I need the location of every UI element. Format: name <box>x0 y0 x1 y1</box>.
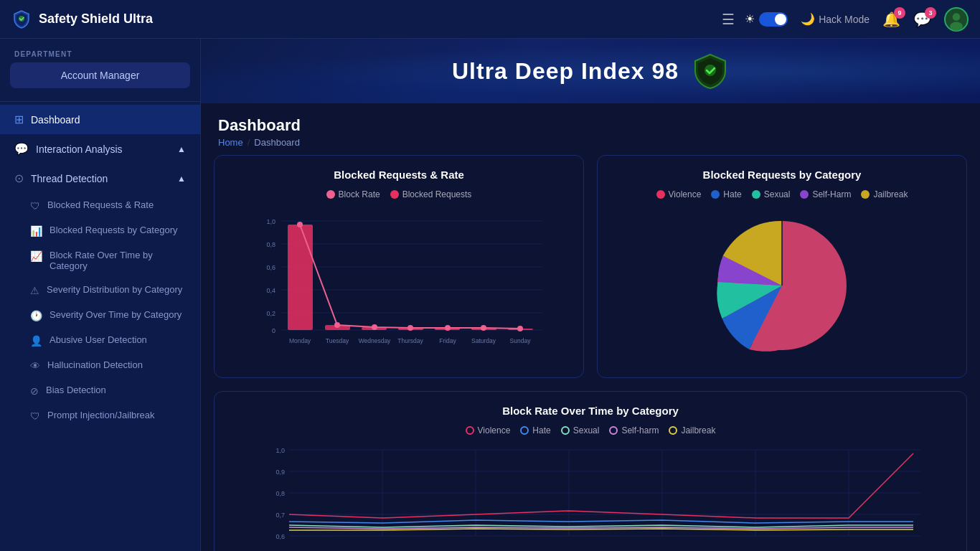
hero-shield-icon <box>692 52 729 90</box>
sidebar-item-blocked-requests-category-label: Blocked Requests by Category <box>50 225 177 235</box>
svg-text:Monday: Monday <box>289 337 311 344</box>
breadcrumb-sep: / <box>248 137 250 148</box>
svg-text:0,4: 0,4 <box>266 287 275 294</box>
svg-rect-17 <box>288 225 313 330</box>
hack-mode-label: Hack Mode <box>819 14 870 25</box>
legend-hate-2: Hate <box>520 425 550 435</box>
svg-text:0,8: 0,8 <box>266 241 275 248</box>
app-shield-icon <box>11 9 32 29</box>
page-title: Dashboard <box>218 116 963 135</box>
sidebar-item-block-rate-over-time[interactable]: 📈 Block Rate Over Time by Category <box>0 243 200 278</box>
blocked-requests-rate-svg: 1,0 0,8 0,6 0,4 0,2 0 <box>227 207 570 350</box>
legend-sexual: Sexual <box>752 189 791 199</box>
block-rate-over-time-card: Block Rate Over Time by Category Violenc… <box>214 391 967 551</box>
block-rate-over-time-title: Block Rate Over Time by Category <box>227 405 953 417</box>
legend-violence-label-2: Violence <box>478 425 511 435</box>
hero-banner: Ultra Deep Index 98 <box>201 39 980 103</box>
legend-sexual-label: Sexual <box>764 189 791 199</box>
sidebar-item-blocked-requests-category[interactable]: 📊 Blocked Requests by Category <box>0 218 200 243</box>
dept-label: DEPARTMENT <box>0 39 200 62</box>
legend-self-harm-dot <box>800 190 809 199</box>
svg-text:0,7: 0,7 <box>275 512 285 519</box>
sidebar-item-prompt-injection[interactable]: 🛡 Prompt Injection/Jailbreak <box>0 403 200 428</box>
app-name: Safety Shield Ultra <box>39 11 153 27</box>
sidebar: DEPARTMENT Account Manager ⊞ Dashboard 💬… <box>0 39 201 551</box>
legend-self-harm-2: Self-harm <box>609 425 659 435</box>
bias-detection-icon: ⊘ <box>30 385 39 397</box>
hamburger-menu[interactable]: ☰ <box>722 11 735 28</box>
legend-jailbreak-label-2: Jailbreak <box>681 425 715 435</box>
breadcrumb-home[interactable]: Home <box>218 137 243 148</box>
svg-point-3 <box>950 22 963 30</box>
svg-text:Tuesday: Tuesday <box>326 337 349 344</box>
legend-sexual-2: Sexual <box>561 425 600 435</box>
legend-self-harm: Self-Harm <box>800 189 851 199</box>
svg-text:0,9: 0,9 <box>275 468 285 476</box>
blocked-requests-rate-card: Blocked Requests & Rate Block Rate Block… <box>214 155 584 378</box>
notifications-badge: 9 <box>894 7 905 19</box>
svg-point-25 <box>334 322 340 328</box>
hallucination-icon: 👁 <box>30 360 40 372</box>
svg-text:Saturday: Saturday <box>471 337 496 344</box>
hack-mode-toggle[interactable]: 🌙 Hack Mode <box>801 12 870 26</box>
sidebar-item-dashboard[interactable]: ⊞ Dashboard <box>0 105 200 134</box>
sidebar-item-hallucination[interactable]: 👁 Hallucination Detection <box>0 353 200 378</box>
sidebar-divider-1 <box>0 101 200 102</box>
svg-text:Friday: Friday <box>439 337 456 344</box>
legend-self-harm-label-2: Self-harm <box>621 425 659 435</box>
legend-block-rate-label: Block Rate <box>339 189 380 199</box>
legend-hate-label-2: Hate <box>532 425 550 435</box>
sidebar-item-abusive-user-label: Abusive User Detection <box>50 334 147 345</box>
legend-block-rate: Block Rate <box>326 189 380 199</box>
breadcrumb: Home / Dashboard <box>218 137 963 148</box>
legend-violence-dot-2 <box>466 426 474 435</box>
legend-violence: Violence <box>656 189 702 199</box>
svg-point-26 <box>372 324 377 330</box>
sidebar-item-blocked-requests-rate[interactable]: 🛡 Blocked Requests & Rate <box>0 193 200 218</box>
legend-sexual-label-2: Sexual <box>573 425 600 435</box>
legend-violence-2: Violence <box>466 425 511 435</box>
legend-jailbreak: Jailbreak <box>861 189 908 199</box>
user-avatar[interactable] <box>944 7 969 32</box>
svg-text:0,6: 0,6 <box>275 533 285 540</box>
blocked-requests-rate-title: Blocked Requests & Rate <box>227 169 570 181</box>
messages-icon[interactable]: 💬 3 <box>913 11 931 28</box>
sidebar-item-severity-dist[interactable]: ⚠ Severity Distribution by Category <box>0 278 200 303</box>
sidebar-item-thread-detection[interactable]: ⊙ Thread Detection ▲ <box>0 164 200 193</box>
sidebar-item-bias-detection[interactable]: ⊘ Bias Detection <box>0 378 200 403</box>
hero-title-text: Ultra Deep Index <box>452 58 645 84</box>
sidebar-item-severity-over-time[interactable]: 🕐 Severity Over Time by Category <box>0 303 200 328</box>
sidebar-item-prompt-injection-label: Prompt Injection/Jailbreak <box>47 410 155 420</box>
svg-point-30 <box>517 326 523 331</box>
svg-text:Thursday: Thursday <box>397 337 423 344</box>
sidebar-item-abusive-user[interactable]: 👤 Abusive User Detection <box>0 328 200 353</box>
legend-blocked-requests-label: Blocked Requests <box>402 189 472 199</box>
svg-text:Wednesday: Wednesday <box>359 337 391 344</box>
theme-toggle[interactable] <box>759 12 788 27</box>
legend-jailbreak-dot-2 <box>669 426 677 435</box>
svg-point-24 <box>297 222 303 227</box>
svg-point-27 <box>407 325 413 331</box>
block-rate-over-time-icon: 📈 <box>30 250 42 262</box>
blocked-requests-category-title: Blocked Requests by Category <box>611 169 953 181</box>
block-rate-over-time-legend: Violence Hate Sexual Self-harm Jailbreak <box>227 425 953 435</box>
blocked-requests-rate-icon: 🛡 <box>30 200 40 212</box>
legend-sexual-dot-2 <box>561 426 570 435</box>
legend-sexual-dot <box>752 190 760 199</box>
main-content: Ultra Deep Index 98 Dashboard Home / Das… <box>201 39 980 551</box>
thread-detection-chevron: ▲ <box>177 174 186 184</box>
sidebar-item-bias-detection-label: Bias Detection <box>46 385 106 395</box>
svg-text:0: 0 <box>272 327 275 334</box>
svg-point-29 <box>481 325 486 331</box>
dashboard-icon: ⊞ <box>14 113 24 126</box>
sidebar-item-interaction-analysis[interactable]: 💬 Interaction Analysis ▲ <box>0 134 200 164</box>
notifications-icon[interactable]: 🔔 9 <box>882 11 900 28</box>
sidebar-item-blocked-requests-rate-label: Blocked Requests & Rate <box>47 199 154 210</box>
avatar-image <box>946 7 967 32</box>
thread-detection-icon: ⊙ <box>14 171 24 185</box>
topnav: Safety Shield Ultra ☰ ☀ 🌙 Hack Mode 🔔 9 … <box>0 0 980 39</box>
account-manager-button[interactable]: Account Manager <box>10 62 190 88</box>
legend-blocked-requests-dot <box>390 190 399 199</box>
severity-over-time-icon: 🕐 <box>30 310 42 321</box>
charts-grid: Blocked Requests & Rate Block Rate Block… <box>201 155 980 391</box>
